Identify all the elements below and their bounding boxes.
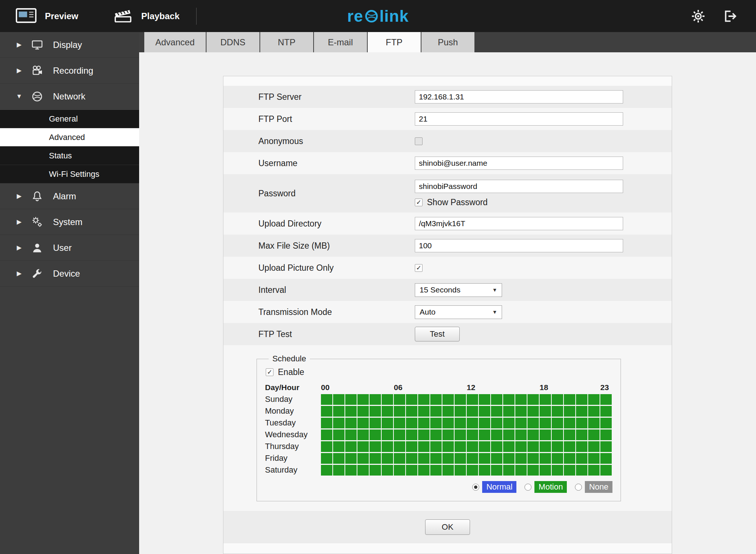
schedule-cell[interactable] xyxy=(370,406,381,417)
schedule-cell[interactable] xyxy=(479,429,490,440)
tab-push[interactable]: Push xyxy=(421,32,474,52)
schedule-cell[interactable] xyxy=(503,418,515,428)
schedule-cell[interactable] xyxy=(430,441,442,452)
schedule-cell[interactable] xyxy=(576,441,587,452)
schedule-cell[interactable] xyxy=(540,465,551,476)
schedule-cell[interactable] xyxy=(357,453,369,464)
schedule-cell[interactable] xyxy=(321,418,332,428)
show-password-checkbox[interactable] xyxy=(415,199,423,206)
schedule-cell[interactable] xyxy=(394,418,405,428)
schedule-cell[interactable] xyxy=(333,406,345,417)
schedule-cell[interactable] xyxy=(442,418,454,428)
schedule-cell[interactable] xyxy=(406,418,417,428)
sidebar-item-recording[interactable]: ▶ Recording xyxy=(0,58,139,84)
schedule-cell[interactable] xyxy=(333,453,345,464)
schedule-cell[interactable] xyxy=(406,453,417,464)
sidebar-item-network[interactable]: ▼ Network xyxy=(0,84,139,109)
schedule-cell[interactable] xyxy=(515,406,527,417)
schedule-cell[interactable] xyxy=(491,394,502,405)
schedule-cell[interactable] xyxy=(357,441,369,452)
schedule-cell[interactable] xyxy=(564,406,575,417)
schedule-cell[interactable] xyxy=(418,441,430,452)
schedule-cell[interactable] xyxy=(370,441,381,452)
mode-motion[interactable]: Motion xyxy=(524,481,567,493)
interval-select[interactable]: 15 Seconds ▼ xyxy=(415,283,502,297)
schedule-cell[interactable] xyxy=(455,418,466,428)
schedule-cell[interactable] xyxy=(515,453,527,464)
schedule-cell[interactable] xyxy=(564,441,575,452)
schedule-cell[interactable] xyxy=(491,406,502,417)
schedule-cell[interactable] xyxy=(394,465,405,476)
schedule-cell[interactable] xyxy=(552,453,563,464)
schedule-cell[interactable] xyxy=(455,429,466,440)
schedule-cell[interactable] xyxy=(467,453,478,464)
schedule-cell[interactable] xyxy=(600,418,612,428)
schedule-cell[interactable] xyxy=(491,465,502,476)
schedule-cell[interactable] xyxy=(515,465,527,476)
schedule-cell[interactable] xyxy=(406,394,417,405)
schedule-cell[interactable] xyxy=(382,394,393,405)
schedule-cell[interactable] xyxy=(382,418,393,428)
max-file-size-input[interactable] xyxy=(415,239,623,252)
schedule-cell[interactable] xyxy=(515,429,527,440)
schedule-cell[interactable] xyxy=(576,465,587,476)
tab-ddns[interactable]: DDNS xyxy=(206,32,259,52)
schedule-cell[interactable] xyxy=(345,406,357,417)
schedule-cell[interactable] xyxy=(552,418,563,428)
schedule-cell[interactable] xyxy=(333,441,345,452)
schedule-cell[interactable] xyxy=(479,394,490,405)
sidebar-subitem-general[interactable]: General xyxy=(0,110,139,128)
schedule-cell[interactable] xyxy=(382,465,393,476)
schedule-cell[interactable] xyxy=(418,453,430,464)
schedule-cell[interactable] xyxy=(406,406,417,417)
expand-arrow-icon[interactable]: ▶ xyxy=(15,41,24,49)
schedule-cell[interactable] xyxy=(600,441,612,452)
schedule-cell[interactable] xyxy=(479,418,490,428)
schedule-cell[interactable] xyxy=(321,465,332,476)
schedule-cell[interactable] xyxy=(370,465,381,476)
schedule-cell[interactable] xyxy=(600,453,612,464)
schedule-cell[interactable] xyxy=(382,406,393,417)
expand-arrow-icon[interactable]: ▶ xyxy=(15,244,24,252)
schedule-cell[interactable] xyxy=(600,429,612,440)
schedule-cell[interactable] xyxy=(430,453,442,464)
schedule-cell[interactable] xyxy=(588,394,600,405)
schedule-cell[interactable] xyxy=(491,453,502,464)
schedule-cell[interactable] xyxy=(527,394,539,405)
schedule-cell[interactable] xyxy=(515,418,527,428)
ftp-test-button[interactable]: Test xyxy=(415,327,460,341)
schedule-cell[interactable] xyxy=(491,429,502,440)
normal-radio[interactable] xyxy=(472,484,479,491)
schedule-cell[interactable] xyxy=(345,394,357,405)
schedule-cell[interactable] xyxy=(357,429,369,440)
schedule-cell[interactable] xyxy=(370,429,381,440)
schedule-cell[interactable] xyxy=(540,429,551,440)
ftp-port-input[interactable] xyxy=(415,112,623,126)
schedule-cell[interactable] xyxy=(333,418,345,428)
schedule-cell[interactable] xyxy=(588,441,600,452)
schedule-cell[interactable] xyxy=(370,418,381,428)
expand-arrow-icon[interactable]: ▶ xyxy=(15,218,24,226)
schedule-cell[interactable] xyxy=(442,429,454,440)
schedule-cell[interactable] xyxy=(540,394,551,405)
schedule-cell[interactable] xyxy=(382,453,393,464)
sidebar-item-display[interactable]: ▶ Display xyxy=(0,32,139,58)
schedule-cell[interactable] xyxy=(515,394,527,405)
schedule-cell[interactable] xyxy=(345,441,357,452)
schedule-cell[interactable] xyxy=(527,429,539,440)
schedule-cell[interactable] xyxy=(382,441,393,452)
schedule-cell[interactable] xyxy=(479,441,490,452)
schedule-cell[interactable] xyxy=(527,441,539,452)
schedule-cell[interactable] xyxy=(321,394,332,405)
schedule-cell[interactable] xyxy=(455,453,466,464)
schedule-cell[interactable] xyxy=(442,406,454,417)
username-input[interactable] xyxy=(415,157,623,170)
schedule-cell[interactable] xyxy=(455,465,466,476)
schedule-cell[interactable] xyxy=(321,429,332,440)
schedule-cell[interactable] xyxy=(467,394,478,405)
schedule-cell[interactable] xyxy=(394,406,405,417)
schedule-cell[interactable] xyxy=(357,394,369,405)
schedule-cell[interactable] xyxy=(418,406,430,417)
schedule-cell[interactable] xyxy=(357,418,369,428)
settings-gear-icon[interactable] xyxy=(691,9,705,23)
